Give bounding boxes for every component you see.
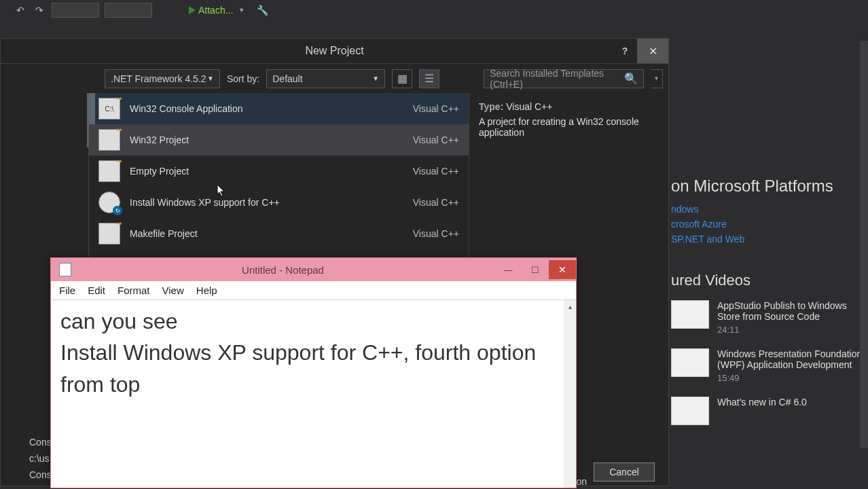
template-name: Empty Project <box>130 166 189 177</box>
video-item[interactable]: AppStudio Publish to Windows Store from … <box>671 300 868 335</box>
maximize-button[interactable]: ☐ <box>522 260 549 279</box>
minimize-button[interactable]: — <box>494 260 522 279</box>
link-aspnet[interactable]: SP.NET and Web <box>671 234 868 244</box>
view-list-button[interactable]: ☰ <box>419 69 439 88</box>
link-azure[interactable]: crosoft Azure <box>671 219 868 230</box>
menu-edit[interactable]: Edit <box>88 285 105 296</box>
video-title: AppStudio Publish to Windows Store from … <box>717 300 868 322</box>
chevron-down-icon: ▼ <box>372 75 379 82</box>
play-icon <box>189 6 196 14</box>
attach-label: Attach... <box>198 5 233 16</box>
notepad-scrollbar[interactable]: ▴ <box>564 300 576 488</box>
video-thumbnail-icon <box>671 300 709 329</box>
template-icon: ++ <box>98 129 120 151</box>
notepad-titlebar[interactable]: Untitled - Notepad — ☐ ✕ <box>51 258 576 281</box>
notepad-text-area[interactable]: can you see Install Windows XP support f… <box>51 300 576 405</box>
search-templates-input[interactable]: Search Installed Templates (Ctrl+E) 🔍 <box>484 69 644 88</box>
sort-value: Default <box>272 73 302 84</box>
search-options-button[interactable]: ▼ <box>651 69 663 88</box>
toolbar-dropdown-2[interactable] <box>105 3 152 18</box>
template-name: Win32 Project <box>130 134 189 145</box>
search-placeholder: Search Installed Templates (Ctrl+E) <box>490 68 624 90</box>
template-lang: Visual C++ <box>413 166 459 177</box>
template-item-win32-console[interactable]: C:\++ Win32 Console Application Visual C… <box>89 93 469 124</box>
video-duration: 24:11 <box>717 325 868 335</box>
video-thumbnail-icon <box>671 397 709 425</box>
video-title: Windows Presentation Foundation (WPF) Ap… <box>717 348 868 370</box>
template-item-makefile[interactable]: ++ Makefile Project Visual C++ <box>89 218 469 249</box>
template-name: Install Windows XP support for C++ <box>130 197 280 208</box>
view-small-icons-button[interactable]: ▦ <box>392 69 412 88</box>
menu-file[interactable]: File <box>59 285 75 296</box>
notepad-app-icon <box>59 263 71 276</box>
template-icon: ++ <box>98 223 120 244</box>
template-icon: ++ <box>98 160 120 182</box>
sort-dropdown[interactable]: Default ▼ <box>266 69 385 88</box>
chevron-down-icon: ▼ <box>207 75 214 82</box>
template-name: Win32 Console Application <box>130 103 243 114</box>
info-description: A project for creating a Win32 console a… <box>479 116 659 138</box>
template-name: Makefile Project <box>130 228 198 239</box>
cancel-button[interactable]: Cancel <box>594 463 655 482</box>
scroll-up-icon[interactable]: ▴ <box>564 300 576 312</box>
undo-icon[interactable]: ↶ <box>14 3 27 17</box>
template-icon: C:\++ <box>98 98 120 120</box>
platforms-heading: on Microsoft Platforms <box>671 177 868 196</box>
video-thumbnail-icon <box>671 348 709 377</box>
template-item-empty-project[interactable]: ++ Empty Project Visual C++ <box>89 156 469 187</box>
main-toolbar: ↶ ↷ Attach... ▼ 🔧 <box>0 0 868 20</box>
close-button[interactable]: ✕ <box>549 260 576 279</box>
notepad-title: Untitled - Notepad <box>71 264 494 276</box>
globe-icon: ↻ <box>98 192 120 213</box>
template-item-xp-support[interactable]: ↻ Install Windows XP support for C++ Vis… <box>89 187 469 218</box>
template-lang: Visual C++ <box>413 134 459 145</box>
video-item[interactable]: What's new in C# 6.0 <box>671 397 868 425</box>
redo-icon[interactable]: ↷ <box>33 3 46 17</box>
dialog-title: New Project <box>305 45 363 57</box>
sort-label: Sort by: <box>227 73 259 84</box>
menu-format[interactable]: Format <box>117 285 150 296</box>
notepad-window: Untitled - Notepad — ☐ ✕ File Edit Forma… <box>50 257 577 488</box>
scrollbar[interactable] <box>860 41 868 448</box>
template-lang: Visual C++ <box>413 228 459 239</box>
video-duration: 15:49 <box>717 373 868 383</box>
menu-help[interactable]: Help <box>196 285 217 296</box>
video-title: What's new in C# 6.0 <box>717 397 807 408</box>
menu-view[interactable]: View <box>162 285 184 296</box>
template-lang: Visual C++ <box>413 103 459 114</box>
video-item[interactable]: Windows Presentation Foundation (WPF) Ap… <box>671 348 868 383</box>
framework-dropdown[interactable]: .NET Framework 4.5.2 ▼ <box>105 69 220 88</box>
framework-value: .NET Framework 4.5.2 <box>111 73 206 84</box>
dialog-controls: .NET Framework 4.5.2 ▼ Sort by: Default … <box>1 63 668 93</box>
notepad-menubar: File Edit Format View Help <box>51 281 576 300</box>
template-item-win32-project[interactable]: ++ Win32 Project Visual C++ <box>89 124 469 156</box>
info-type-value: Visual C++ <box>506 101 552 112</box>
start-page: on Microsoft Platforms ndows crosoft Azu… <box>671 177 868 439</box>
link-windows[interactable]: ndows <box>671 204 868 215</box>
videos-heading: ured Videos <box>671 272 868 289</box>
search-icon: 🔍 <box>624 72 638 85</box>
toolbar-dropdown-1[interactable] <box>52 3 99 18</box>
help-button[interactable]: ? <box>613 39 637 63</box>
toolbox-icon[interactable]: 🔧 <box>255 3 269 17</box>
template-lang: Visual C++ <box>413 197 459 208</box>
attach-button[interactable]: Attach... ▼ <box>183 3 250 17</box>
name-label: Cons <box>29 437 52 448</box>
close-button[interactable]: ✕ <box>637 39 668 63</box>
dialog-titlebar: New Project ? ✕ <box>1 39 668 63</box>
info-type-label: Type: <box>479 101 503 112</box>
